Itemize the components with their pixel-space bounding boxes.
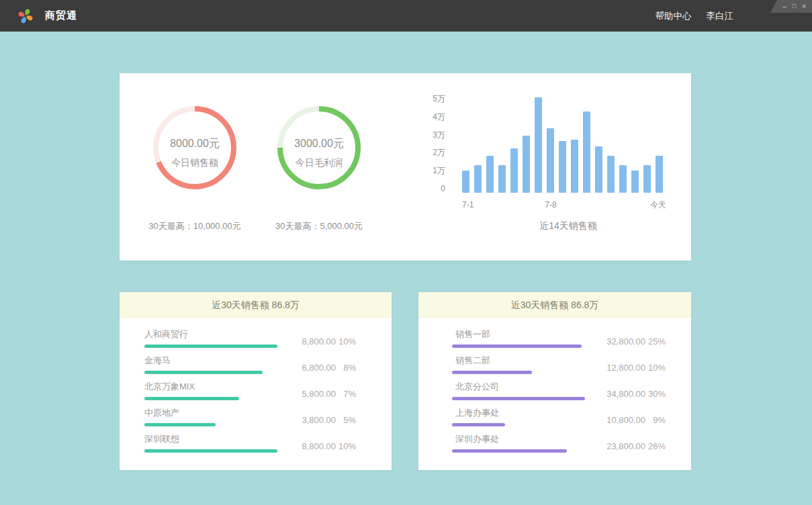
row-bar [144,423,216,426]
titlebar: 商贸通 帮助中心 李白江 – □ × [0,0,812,32]
profit-30d-max: 30天最高：5,000.00元 [245,220,393,232]
row-amount: 8,800.00 [282,336,336,347]
row-bar [452,371,532,374]
customer-card-title: 近30天销售额 86.8万 [120,292,392,318]
daily-sales-bar [547,128,554,193]
row-bar [452,345,582,348]
row-amount: 3,800.00 [282,415,336,425]
list-item: 上海办事处10,800.009% [452,407,666,426]
customer-list: 人和商贸行8,800.0010%金海马6,800.008%北京万象MIX5,80… [120,318,392,453]
row-bar [144,449,277,453]
username[interactable]: 李白江 [707,10,734,22]
row-percent: 10% [336,336,356,347]
y-tick: 0 [441,184,445,193]
department-sales-card: 近30天销售额 86.8万 销售一部32,800.0025%销售二部12,800… [418,292,691,470]
row-values: 32,800.0025% [592,336,666,347]
x-tick-middle: 7-8 [531,200,571,210]
row-bar [452,397,585,400]
daily-sales-bar [535,97,542,193]
row-values: 8,800.0010% [282,441,356,451]
bar-chart-yticks: 5万4万3万2万1万0 [402,73,445,208]
y-tick: 2万 [433,148,445,157]
row-amount: 8,800.00 [282,441,336,451]
daily-sales-bar [595,146,602,193]
list-item: 人和商贸行8,800.0010% [144,328,356,348]
daily-sales-bar [498,165,506,193]
row-values: 34,800.0030% [592,389,666,399]
daily-sales-bar [510,148,518,193]
row-percent: 26% [645,441,666,451]
list-item: 销售二部12,800.0010% [452,355,666,374]
today-profit-label: 今日毛利润 [296,157,343,169]
list-item: 深圳办事处23,800.0026% [452,433,666,453]
window-controls: – □ × [770,0,812,13]
row-percent: 5% [336,415,356,425]
list-item: 销售一部32,800.0025% [452,328,666,348]
customer-sales-card: 近30天销售额 86.8万 人和商贸行8,800.0010%金海马6,800.0… [120,292,392,470]
row-values: 10,800.009% [592,415,666,425]
department-card-title: 近30天销售额 86.8万 [418,292,691,318]
row-bar [144,345,277,348]
daily-sales-bar [571,140,578,193]
row-values: 3,800.005% [282,415,356,425]
row-bar [452,423,505,426]
daily-sales-bar [559,141,566,193]
list-item: 深圳联想8,800.0010% [144,433,356,453]
row-values: 8,800.0010% [282,336,356,347]
list-item: 金海马6,800.008% [144,355,356,374]
row-amount: 34,800.00 [592,389,645,399]
row-amount: 32,800.00 [592,336,645,347]
row-bar [144,397,239,400]
department-list: 销售一部32,800.0025%销售二部12,800.0010%北京分公司34,… [418,318,691,453]
today-sales-value: 8000.00元 [170,137,220,151]
daily-sales-bar [643,165,651,193]
bar-chart-bars [462,92,667,193]
y-tick: 3万 [433,130,445,140]
summary-card: 8000.00元 今日销售额 30天最高：10,000.00元 3000.00元… [120,73,691,261]
row-values: 23,800.0026% [592,441,666,451]
row-percent: 8% [336,363,356,373]
row-values: 5,800.007% [282,389,356,399]
daily-sales-bar [656,156,663,193]
daily-sales-bar [474,165,482,193]
row-amount: 12,800.00 [592,363,645,373]
daily-sales-bar [607,156,615,193]
row-amount: 10,800.00 [592,415,645,425]
app-title: 商贸通 [45,9,77,22]
daily-sales-bar [631,171,639,193]
minimize-button[interactable]: – [782,0,786,13]
list-item: 北京分公司34,800.0030% [452,381,666,400]
y-tick: 4万 [433,112,445,122]
row-percent: 30% [645,389,666,399]
row-bar [144,371,263,374]
x-tick-start: 7-1 [462,200,473,210]
help-center-link[interactable]: 帮助中心 [656,10,692,22]
row-percent: 9% [645,415,666,425]
daily-sales-bar [523,136,530,193]
y-tick: 1万 [433,166,445,175]
y-tick: 5万 [433,94,445,103]
bar-chart-title: 近14天销售额 [501,220,635,232]
list-item: 中原地产3,800.005% [144,407,356,426]
today-profit-value: 3000.00元 [294,137,344,151]
row-percent: 10% [645,363,666,373]
row-values: 12,800.0010% [592,363,666,373]
app-logo-icon [16,7,35,26]
row-percent: 7% [336,389,356,399]
close-button[interactable]: × [802,0,806,13]
daily-sales-bar [462,171,469,193]
maximize-button[interactable]: □ [793,0,796,13]
daily-sales-bar [486,156,494,193]
row-values: 6,800.008% [282,363,356,373]
row-amount: 6,800.00 [282,363,336,373]
list-item: 北京万象MIX5,800.007% [144,381,356,400]
daily-sales-bar [583,111,590,193]
row-amount: 5,800.00 [282,389,336,399]
row-percent: 10% [336,441,356,451]
today-profit-ring: 3000.00元 今日毛利润 30天最高：5,000.00元 [245,105,393,232]
row-bar [452,449,567,453]
x-tick-end: 今天 [626,200,666,210]
daily-sales-bar [619,165,627,193]
row-percent: 25% [645,336,666,347]
row-amount: 23,800.00 [592,441,645,451]
